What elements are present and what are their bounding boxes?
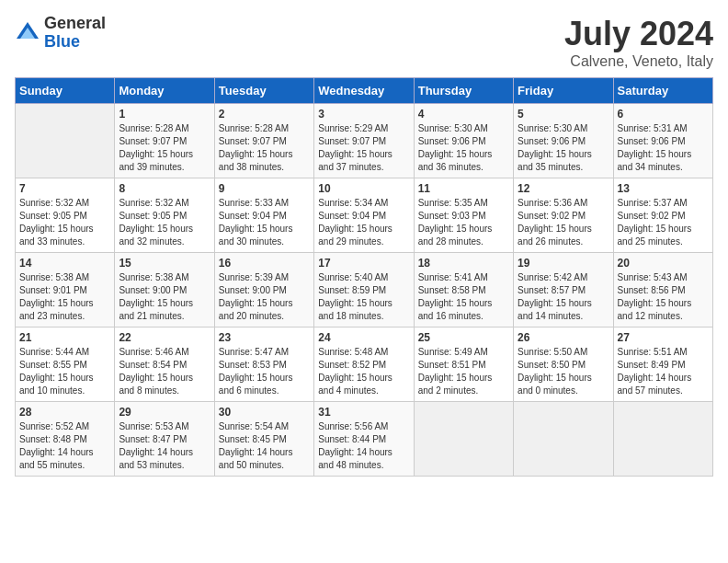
day-info: Sunrise: 5:54 AMSunset: 8:45 PMDaylight:…: [219, 420, 310, 472]
day-number: 10: [318, 182, 409, 195]
day-number: 3: [318, 108, 409, 121]
day-number: 24: [318, 331, 409, 344]
day-info: Sunrise: 5:39 AMSunset: 9:00 PMDaylight:…: [219, 271, 310, 323]
day-info: Sunrise: 5:52 AMSunset: 8:48 PMDaylight:…: [19, 420, 110, 472]
day-number: 16: [219, 257, 310, 270]
day-info: Sunrise: 5:47 AMSunset: 8:53 PMDaylight:…: [219, 346, 310, 397]
calendar-cell: 19Sunrise: 5:42 AMSunset: 8:57 PMDayligh…: [514, 253, 613, 327]
header-saturday: Saturday: [613, 78, 712, 104]
main-title: July 2024: [564, 15, 713, 53]
day-info: Sunrise: 5:46 AMSunset: 8:54 PMDaylight:…: [119, 346, 210, 397]
day-info: Sunrise: 5:43 AMSunset: 8:56 PMDaylight:…: [618, 271, 709, 323]
calendar-cell: [514, 402, 613, 477]
header-sunday: Sunday: [16, 78, 115, 104]
day-info: Sunrise: 5:35 AMSunset: 9:03 PMDaylight:…: [418, 197, 509, 248]
day-info: Sunrise: 5:51 AMSunset: 8:49 PMDaylight:…: [618, 346, 709, 397]
day-number: 26: [518, 331, 609, 344]
day-number: 31: [318, 406, 409, 419]
calendar-cell: 22Sunrise: 5:46 AMSunset: 8:54 PMDayligh…: [115, 327, 214, 402]
day-info: Sunrise: 5:30 AMSunset: 9:06 PMDaylight:…: [518, 122, 609, 174]
calendar-cell: 31Sunrise: 5:56 AMSunset: 8:44 PMDayligh…: [314, 402, 414, 477]
day-number: 19: [518, 257, 609, 270]
day-info: Sunrise: 5:42 AMSunset: 8:57 PMDaylight:…: [518, 271, 609, 323]
day-number: 25: [418, 331, 509, 344]
calendar-cell: 23Sunrise: 5:47 AMSunset: 8:53 PMDayligh…: [214, 327, 313, 402]
day-info: Sunrise: 5:32 AMSunset: 9:05 PMDaylight:…: [119, 197, 210, 248]
calendar-cell: 14Sunrise: 5:38 AMSunset: 9:01 PMDayligh…: [16, 253, 115, 327]
day-number: 2: [219, 108, 310, 121]
calendar-cell: 26Sunrise: 5:50 AMSunset: 8:50 PMDayligh…: [514, 327, 613, 402]
calendar-week-row: 7Sunrise: 5:32 AMSunset: 9:05 PMDaylight…: [16, 178, 713, 253]
calendar-cell: 15Sunrise: 5:38 AMSunset: 9:00 PMDayligh…: [115, 253, 214, 327]
day-info: Sunrise: 5:48 AMSunset: 8:52 PMDaylight:…: [318, 346, 409, 397]
logo-blue: Blue: [44, 33, 106, 52]
header-thursday: Thursday: [414, 78, 513, 104]
day-number: 28: [19, 406, 110, 419]
calendar-cell: 8Sunrise: 5:32 AMSunset: 9:05 PMDaylight…: [115, 178, 214, 253]
day-number: 11: [418, 182, 509, 195]
day-number: 23: [219, 331, 310, 344]
header-wednesday: Wednesday: [314, 78, 414, 104]
day-number: 1: [119, 108, 210, 121]
day-number: 12: [518, 182, 609, 195]
day-number: 27: [618, 331, 709, 344]
calendar-cell: 27Sunrise: 5:51 AMSunset: 8:49 PMDayligh…: [613, 327, 712, 402]
day-info: Sunrise: 5:37 AMSunset: 9:02 PMDaylight:…: [618, 197, 709, 248]
calendar-cell: 29Sunrise: 5:53 AMSunset: 8:47 PMDayligh…: [115, 402, 214, 477]
calendar-week-row: 21Sunrise: 5:44 AMSunset: 8:55 PMDayligh…: [16, 327, 713, 402]
calendar-cell: 9Sunrise: 5:33 AMSunset: 9:04 PMDaylight…: [214, 178, 313, 253]
day-info: Sunrise: 5:31 AMSunset: 9:06 PMDaylight:…: [618, 122, 709, 174]
day-info: Sunrise: 5:49 AMSunset: 8:51 PMDaylight:…: [418, 346, 509, 397]
calendar-cell: 10Sunrise: 5:34 AMSunset: 9:04 PMDayligh…: [314, 178, 414, 253]
day-info: Sunrise: 5:29 AMSunset: 9:07 PMDaylight:…: [318, 122, 409, 174]
day-info: Sunrise: 5:28 AMSunset: 9:07 PMDaylight:…: [219, 122, 310, 174]
subtitle: Calvene, Veneto, Italy: [564, 53, 713, 70]
header-tuesday: Tuesday: [214, 78, 313, 104]
day-info: Sunrise: 5:33 AMSunset: 9:04 PMDaylight:…: [219, 197, 310, 248]
day-number: 9: [219, 182, 310, 195]
day-info: Sunrise: 5:34 AMSunset: 9:04 PMDaylight:…: [318, 197, 409, 248]
calendar-cell: 7Sunrise: 5:32 AMSunset: 9:05 PMDaylight…: [16, 178, 115, 253]
header-monday: Monday: [115, 78, 214, 104]
day-info: Sunrise: 5:28 AMSunset: 9:07 PMDaylight:…: [119, 122, 210, 174]
header-friday: Friday: [514, 78, 613, 104]
calendar-cell: 16Sunrise: 5:39 AMSunset: 9:00 PMDayligh…: [214, 253, 313, 327]
calendar-week-row: 14Sunrise: 5:38 AMSunset: 9:01 PMDayligh…: [16, 253, 713, 327]
day-info: Sunrise: 5:50 AMSunset: 8:50 PMDaylight:…: [518, 346, 609, 397]
calendar-cell: 6Sunrise: 5:31 AMSunset: 9:06 PMDaylight…: [613, 104, 712, 178]
calendar-cell: 1Sunrise: 5:28 AMSunset: 9:07 PMDaylight…: [115, 104, 214, 178]
calendar-cell: 3Sunrise: 5:29 AMSunset: 9:07 PMDaylight…: [314, 104, 414, 178]
calendar-cell: 12Sunrise: 5:36 AMSunset: 9:02 PMDayligh…: [514, 178, 613, 253]
calendar-cell: 28Sunrise: 5:52 AMSunset: 8:48 PMDayligh…: [16, 402, 115, 477]
day-number: 18: [418, 257, 509, 270]
day-info: Sunrise: 5:41 AMSunset: 8:58 PMDaylight:…: [418, 271, 509, 323]
calendar-cell: 13Sunrise: 5:37 AMSunset: 9:02 PMDayligh…: [613, 178, 712, 253]
day-info: Sunrise: 5:30 AMSunset: 9:06 PMDaylight:…: [418, 122, 509, 174]
calendar-header: Sunday Monday Tuesday Wednesday Thursday…: [16, 78, 713, 104]
day-number: 7: [19, 182, 110, 195]
calendar-cell: 5Sunrise: 5:30 AMSunset: 9:06 PMDaylight…: [514, 104, 613, 178]
day-info: Sunrise: 5:44 AMSunset: 8:55 PMDaylight:…: [19, 346, 110, 397]
calendar-cell: 18Sunrise: 5:41 AMSunset: 8:58 PMDayligh…: [414, 253, 513, 327]
header-row: Sunday Monday Tuesday Wednesday Thursday…: [16, 78, 713, 104]
calendar-week-row: 28Sunrise: 5:52 AMSunset: 8:48 PMDayligh…: [16, 402, 713, 477]
day-number: 8: [119, 182, 210, 195]
calendar-cell: 25Sunrise: 5:49 AMSunset: 8:51 PMDayligh…: [414, 327, 513, 402]
calendar-cell: 17Sunrise: 5:40 AMSunset: 8:59 PMDayligh…: [314, 253, 414, 327]
calendar-body: 1Sunrise: 5:28 AMSunset: 9:07 PMDaylight…: [16, 104, 713, 477]
day-number: 6: [618, 108, 709, 121]
day-info: Sunrise: 5:40 AMSunset: 8:59 PMDaylight:…: [318, 271, 409, 323]
day-number: 4: [418, 108, 509, 121]
calendar-cell: 30Sunrise: 5:54 AMSunset: 8:45 PMDayligh…: [214, 402, 313, 477]
day-number: 13: [618, 182, 709, 195]
calendar-cell: 20Sunrise: 5:43 AMSunset: 8:56 PMDayligh…: [613, 253, 712, 327]
day-info: Sunrise: 5:32 AMSunset: 9:05 PMDaylight:…: [19, 197, 110, 248]
day-info: Sunrise: 5:53 AMSunset: 8:47 PMDaylight:…: [119, 420, 210, 472]
calendar-week-row: 1Sunrise: 5:28 AMSunset: 9:07 PMDaylight…: [16, 104, 713, 178]
day-number: 15: [119, 257, 210, 270]
day-number: 5: [518, 108, 609, 121]
calendar-cell: 21Sunrise: 5:44 AMSunset: 8:55 PMDayligh…: [16, 327, 115, 402]
title-section: July 2024 Calvene, Veneto, Italy: [564, 15, 713, 70]
day-number: 14: [19, 257, 110, 270]
logo-icon: [15, 20, 40, 46]
